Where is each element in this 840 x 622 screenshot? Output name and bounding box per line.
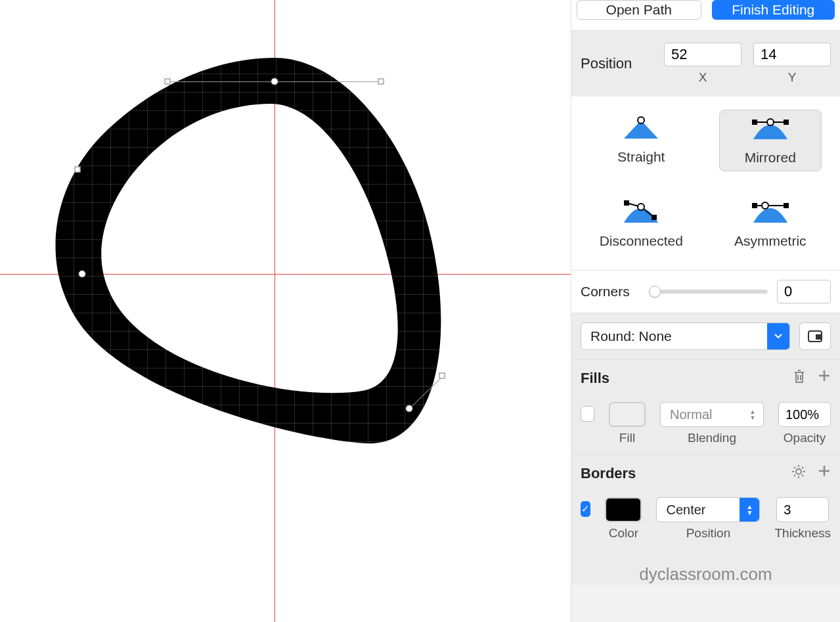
position-y-input[interactable] xyxy=(753,43,831,66)
path-shape[interactable] xyxy=(0,0,571,622)
svg-rect-12 xyxy=(752,203,757,208)
svg-rect-16 xyxy=(816,334,821,340)
point-mode-section: Straight Mirrored Disconnected Asymmetri… xyxy=(571,97,840,270)
border-thickness-label: Thickness xyxy=(774,526,831,541)
chevron-down-icon xyxy=(767,323,789,349)
border-position-select[interactable]: Center ▲▼ xyxy=(656,497,760,522)
trash-icon[interactable] xyxy=(793,369,806,388)
position-section: Position X Y xyxy=(571,30,840,97)
svg-rect-9 xyxy=(652,215,657,220)
fill-blending-label: Blending xyxy=(688,431,736,445)
position-x-input[interactable] xyxy=(664,43,741,66)
svg-point-10 xyxy=(638,204,644,210)
point-mode-label: Straight xyxy=(617,149,665,165)
borders-header: Borders xyxy=(571,455,840,492)
path-buttons: Open Path Finish Editing xyxy=(571,0,840,30)
fill-opacity-label: Opacity xyxy=(784,431,826,445)
border-color-swatch[interactable] xyxy=(605,497,642,522)
position-y-label: Y xyxy=(788,70,797,85)
gear-icon[interactable] xyxy=(791,464,806,483)
point-mode-disconnected[interactable]: Disconnected xyxy=(590,194,693,254)
svg-point-5 xyxy=(767,119,774,125)
svg-rect-4 xyxy=(784,120,789,125)
plus-icon[interactable] xyxy=(818,464,831,483)
anchor-point-right[interactable] xyxy=(406,405,413,412)
fill-opacity-input[interactable] xyxy=(778,402,831,427)
fill-blending-select[interactable]: Normal ▲▼ xyxy=(660,402,764,427)
plus-icon[interactable] xyxy=(818,369,831,388)
anchor-point-left[interactable] xyxy=(79,271,86,278)
fills-header: Fills xyxy=(571,359,840,397)
fill-enable-checkbox[interactable] xyxy=(581,406,594,422)
border-color-label: Color xyxy=(609,526,638,541)
watermark-text: dyclassroom.com xyxy=(571,550,840,585)
round-select[interactable]: Round: None xyxy=(581,322,790,350)
control-handle[interactable] xyxy=(439,373,445,379)
border-enable-checkbox[interactable]: ✓ xyxy=(581,501,590,517)
corners-slider[interactable] xyxy=(649,290,768,294)
point-mode-mirrored[interactable]: Mirrored xyxy=(719,110,822,171)
svg-rect-13 xyxy=(784,203,789,208)
point-mode-straight[interactable]: Straight xyxy=(590,110,693,171)
point-mode-label: Mirrored xyxy=(745,150,796,166)
control-handle[interactable] xyxy=(378,79,384,85)
point-mode-label: Asymmetric xyxy=(734,233,807,249)
svg-rect-8 xyxy=(624,200,629,206)
anchor-point-top[interactable] xyxy=(271,78,278,85)
svg-point-14 xyxy=(762,202,768,209)
corners-label: Corners xyxy=(581,284,640,300)
border-thickness-input[interactable] xyxy=(776,497,829,522)
corner-options-button[interactable] xyxy=(799,322,831,350)
corners-section: Corners xyxy=(571,270,840,313)
border-row: ✓ Color Center ▲▼ Position Thickness xyxy=(571,492,840,550)
canvas[interactable] xyxy=(0,0,571,622)
round-section: Round: None xyxy=(571,313,840,359)
control-handle[interactable] xyxy=(75,167,81,173)
finish-editing-button[interactable]: Finish Editing xyxy=(712,0,835,20)
point-mode-label: Disconnected xyxy=(600,233,683,249)
control-handle[interactable] xyxy=(165,79,171,85)
point-mode-asymmetric[interactable]: Asymmetric xyxy=(719,194,822,254)
open-path-button[interactable]: Open Path xyxy=(577,0,701,20)
svg-rect-0 xyxy=(0,0,571,622)
position-label: Position xyxy=(581,55,652,72)
position-x-label: X xyxy=(699,70,707,85)
fill-color-swatch[interactable] xyxy=(609,402,646,427)
fills-title: Fills xyxy=(581,370,609,387)
corners-input[interactable] xyxy=(777,280,831,303)
svg-point-17 xyxy=(796,469,801,474)
fill-row: Fill Normal ▲▼ Blending Opacity xyxy=(571,397,840,455)
round-select-text: Round: None xyxy=(581,328,681,344)
fill-color-label: Fill xyxy=(619,431,635,445)
svg-point-1 xyxy=(638,117,644,123)
borders-title: Borders xyxy=(581,465,636,482)
border-position-label: Position xyxy=(686,526,731,541)
svg-rect-3 xyxy=(752,120,757,125)
inspector-panel: Open Path Finish Editing Position X Y St… xyxy=(571,0,840,622)
